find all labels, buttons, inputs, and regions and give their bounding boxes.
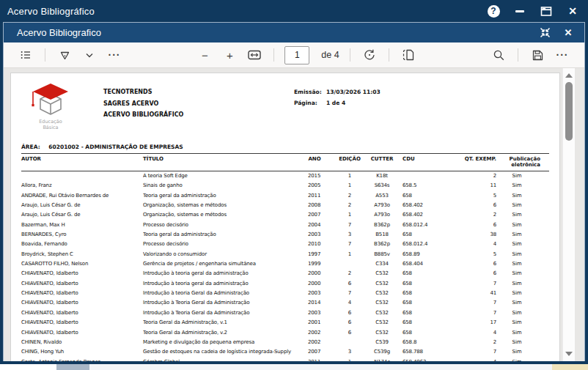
table-cell: 4: [448, 328, 496, 338]
table-cell: Costa, Antonio Fernando Branco: [21, 358, 143, 361]
table-cell: [21, 171, 143, 182]
column-header: CDU: [395, 154, 448, 171]
search-button[interactable]: [490, 45, 507, 64]
table-cell: 658.402: [395, 201, 448, 210]
table-cell: [331, 338, 369, 347]
table-cell: Sim: [496, 230, 549, 240]
vertical-scrollbar[interactable]: [562, 68, 575, 361]
toolbar-separator: [518, 48, 518, 62]
table-cell: Processo decisório: [143, 240, 298, 249]
draw-pen-icon: [59, 49, 71, 62]
table-cell: CHIAVENATO, Idalberto: [21, 279, 143, 289]
table-cell: Introdução à teoria Geral da Administraç…: [143, 289, 298, 298]
table-cell: Teoria geral da administração: [143, 191, 298, 201]
table-row: Bazerman, Max HProcesso decisório20047B3…: [21, 221, 549, 230]
logo-caption: Educação Básica: [23, 119, 78, 130]
table-cell: S634s: [369, 181, 395, 190]
scroll-down-icon[interactable]: [565, 352, 573, 356]
column-header: QT. EXEMP.: [448, 154, 496, 171]
table-cell: Sim: [496, 358, 549, 361]
more-icon: ···: [109, 49, 121, 61]
report-page: Educação Básica TECNOTRENDS SAGRES ACERV…: [10, 73, 560, 361]
table-row: CHIAVENATO, IdalbertoIntrodução à Teoria…: [21, 308, 549, 318]
table-cell: 4: [448, 358, 496, 361]
table-cell: 658.012.4: [395, 240, 448, 249]
toolbar-separator: [350, 48, 350, 62]
table-cell: Sim: [496, 240, 549, 249]
area-line: ÁREA: 60201002 - ADMINISTRAÇÃO DE EMPRES…: [21, 144, 183, 150]
table-cell: 2002: [298, 328, 331, 338]
minimize-button[interactable]: [512, 3, 528, 19]
more-options-button[interactable]: ···: [554, 45, 571, 64]
table-cell: Sim: [496, 318, 549, 328]
draw-dropdown-button[interactable]: [81, 45, 98, 64]
table-cell: Organização, sistemas e métodos: [143, 210, 298, 220]
table-row: Costa, Antonio Fernando BrancoCérebro Gl…: [21, 358, 549, 361]
logo: Educação Básica: [23, 82, 78, 130]
rotate-button[interactable]: [361, 45, 378, 64]
dialog-controls: ✕: [537, 26, 576, 40]
table-cell: Gestão de estoques na cadeia de logístic…: [143, 347, 298, 357]
table-cell: 658.5: [395, 181, 448, 190]
table-cell: C532: [369, 289, 395, 298]
page-view-button[interactable]: [400, 45, 417, 64]
table-cell: Introdução à Teoria Geral da Administraç…: [143, 298, 298, 308]
table-row: CHINEN, RivaldoMarketing e divulgação da…: [21, 338, 549, 347]
report-page-value: 1 de 4: [326, 97, 345, 108]
window-controls: ? ✕: [485, 3, 581, 19]
close-button[interactable]: ✕: [565, 3, 581, 19]
table-cell: C532: [369, 328, 395, 338]
area-value: 60201002 - ADMINISTRAÇÃO DE EMPRESAS: [48, 144, 183, 150]
draw-button[interactable]: [56, 45, 73, 64]
table-cell: 658.8: [395, 338, 448, 347]
table-cell: 4: [448, 240, 496, 249]
table-cell: Introdução à teoria geral da administraç…: [143, 269, 298, 278]
table-cell: 6: [331, 308, 369, 318]
table-cell: 658: [395, 230, 448, 240]
collapse-button[interactable]: [537, 26, 552, 40]
table-row: Araujo, Luis César G. deOrganização, sis…: [21, 201, 549, 210]
zoom-out-icon: −: [202, 49, 208, 62]
table-cell: Sim: [496, 201, 549, 210]
table-cell: Gerência de projetos / engenharia simult…: [143, 259, 298, 269]
scroll-up-icon[interactable]: [565, 73, 573, 78]
table-row: Araujo, Luis César G. deOrganização, sis…: [21, 210, 549, 220]
save-button[interactable]: [529, 45, 546, 64]
scrollbar-thumb[interactable]: [565, 82, 573, 141]
page-number-input[interactable]: [284, 46, 309, 64]
table-cell: 2003: [298, 289, 331, 298]
help-button[interactable]: ?: [485, 3, 501, 19]
org-line: SAGRES ACERVO: [103, 98, 183, 110]
zoom-in-button[interactable]: +: [221, 45, 238, 64]
table-cell: 2000: [298, 269, 331, 278]
table-cell: 3: [331, 347, 369, 357]
table-cell: 2001: [298, 318, 331, 328]
table-cell: Sim: [496, 298, 549, 308]
table-cell: CHIAVENATO, Idalberto: [21, 289, 143, 298]
report-meta: Emissão: 13/03/2026 11:03 Página: 1 de 4: [294, 86, 381, 108]
table-cell: 7: [448, 298, 496, 308]
zoom-in-icon: +: [227, 49, 233, 62]
contents-button[interactable]: [17, 45, 34, 64]
table-cell: Broydrick, Stephen C: [21, 250, 143, 259]
toolbar-separator: [45, 48, 45, 62]
page-total-label: de 4: [321, 50, 339, 60]
maximize-button[interactable]: [538, 3, 554, 19]
table-cell: 2007: [298, 347, 331, 357]
table-cell: 658: [395, 191, 448, 201]
table-cell: 6: [331, 318, 369, 328]
table-row: Broydrick, Stephen CValorizando o consum…: [21, 250, 549, 259]
table-cell: Marketing e divulgação da pequena empres…: [143, 338, 298, 347]
search-icon: [493, 49, 505, 62]
table-cell: 1999: [298, 259, 331, 269]
zoom-out-button[interactable]: −: [196, 45, 213, 64]
chevron-down-icon: [86, 53, 93, 58]
more-tools-button[interactable]: ···: [106, 45, 123, 64]
table-cell: 7: [448, 279, 496, 289]
table-cell: Araujo, Luis César G. de: [21, 210, 143, 220]
table-cell: Processo decisório: [143, 221, 298, 230]
table-cell: Araujo, Luis César G. de: [21, 201, 143, 210]
table-cell: 2: [448, 171, 496, 182]
fit-width-button[interactable]: [246, 45, 263, 64]
dialog-close-button[interactable]: ✕: [561, 26, 576, 40]
